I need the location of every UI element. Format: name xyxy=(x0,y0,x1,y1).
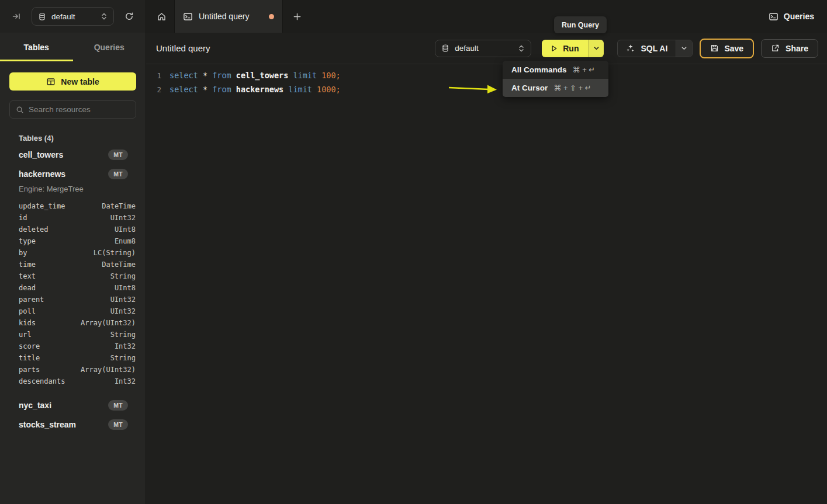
share-button-label: Share xyxy=(786,44,808,53)
column-name: score xyxy=(19,342,40,350)
table-row-cell_towers[interactable]: cell_towersMT xyxy=(0,145,146,164)
column-row[interactable]: kidsArray(UInt32) xyxy=(19,317,136,329)
column-row[interactable]: partsArray(UInt32) xyxy=(19,364,136,376)
menu-item-shortcut: ⌘ + ↵ xyxy=(573,65,596,74)
run-query-tooltip: Run Query xyxy=(554,16,607,33)
column-name: parent xyxy=(19,296,44,304)
sidebar-tab-queries[interactable]: Queries xyxy=(73,33,146,61)
sql-ai-button-label: SQL AI xyxy=(641,44,667,53)
column-name: deleted xyxy=(19,225,49,234)
code-line[interactable]: 2select * from hackernews limit 1000; xyxy=(146,82,827,96)
table-row-stocks_stream[interactable]: stocks_streamMT xyxy=(0,415,146,434)
run-options-menu: All Commands⌘ + ↵At Cursor⌘ + ⇧ + ↵ xyxy=(503,61,608,97)
terminal-icon xyxy=(769,12,778,22)
column-row[interactable]: urlString xyxy=(19,329,136,340)
new-table-button[interactable]: New table xyxy=(9,72,136,91)
run-button[interactable]: Run xyxy=(542,40,588,57)
queries-button-label: Queries xyxy=(784,12,814,21)
table-row-hackernews[interactable]: hackernewsMT xyxy=(0,164,146,183)
sidebar-tab-tables[interactable]: Tables xyxy=(0,33,73,61)
menu-item-label: All Commands xyxy=(511,65,567,74)
column-row[interactable]: pollUInt32 xyxy=(19,305,136,317)
menu-item-at-cursor[interactable]: At Cursor⌘ + ⇧ + ↵ xyxy=(503,79,608,97)
column-type: UInt32 xyxy=(110,214,136,222)
column-row[interactable]: descendantsInt32 xyxy=(19,376,136,387)
column-type: Array(UInt32) xyxy=(81,319,136,327)
column-row[interactable]: typeEnum8 xyxy=(19,235,136,247)
column-name: parts xyxy=(19,366,40,374)
column-type: String xyxy=(110,354,136,362)
run-options-caret[interactable] xyxy=(588,40,604,57)
column-row[interactable]: parentUInt32 xyxy=(19,294,136,305)
column-name: title xyxy=(19,354,40,362)
column-type: UInt32 xyxy=(110,307,136,315)
collapse-sidebar-button[interactable] xyxy=(7,7,26,26)
sparkles-icon xyxy=(626,44,635,53)
menu-item-shortcut: ⌘ + ⇧ + ↵ xyxy=(553,84,591,92)
column-name: type xyxy=(19,237,36,245)
unsaved-changes-dot xyxy=(269,14,274,19)
hackernews-columns: update_timeDateTimeidUInt32deletedUInt8t… xyxy=(0,199,146,395)
column-type: Array(UInt32) xyxy=(81,366,136,374)
menu-item-all-commands[interactable]: All Commands⌘ + ↵ xyxy=(503,61,608,79)
engine-label: Engine: MergeTree xyxy=(0,183,146,199)
sql-editor[interactable]: 1select * from cell_towers limit 100;2se… xyxy=(146,64,827,96)
column-name: time xyxy=(19,260,36,269)
table-row-nyc_taxi[interactable]: nyc_taxiMT xyxy=(0,395,146,415)
topbar-right: Queries xyxy=(769,0,827,33)
column-row[interactable]: byLC(String) xyxy=(19,247,136,259)
column-row[interactable]: idUInt32 xyxy=(19,212,136,224)
menu-item-label: At Cursor xyxy=(511,84,548,92)
column-row[interactable]: update_timeDateTime xyxy=(19,200,136,212)
tab-untitled-query[interactable]: Untitled query xyxy=(174,0,283,33)
column-name: url xyxy=(19,331,32,339)
save-button[interactable]: Save xyxy=(700,39,754,58)
code-line[interactable]: 1select * from cell_towers limit 100; xyxy=(146,68,827,82)
table-name: stocks_stream xyxy=(19,420,108,429)
table-name: cell_towers xyxy=(19,150,108,159)
sidebar-tab-tables-label: Tables xyxy=(24,43,49,52)
line-number: 2 xyxy=(146,85,161,94)
column-name: kids xyxy=(19,319,36,327)
column-type: UInt8 xyxy=(115,225,136,234)
share-button[interactable]: Share xyxy=(761,39,818,58)
column-type: DateTime xyxy=(102,260,136,269)
column-type: Int32 xyxy=(115,377,136,385)
topbar-left: default xyxy=(0,0,146,33)
terminal-icon xyxy=(183,12,193,22)
column-type: DateTime xyxy=(102,202,136,210)
tab-title: Untitled query xyxy=(199,12,263,21)
sidebar-tabs: Tables Queries xyxy=(0,33,146,61)
column-row[interactable]: deadUInt8 xyxy=(19,282,136,294)
new-tab-button[interactable] xyxy=(288,7,306,26)
column-row[interactable]: titleString xyxy=(19,352,136,364)
search-resources-field xyxy=(9,100,136,119)
engine-badge: MT xyxy=(108,400,128,411)
column-row[interactable]: timeDateTime xyxy=(19,259,136,270)
database-icon xyxy=(441,44,449,53)
column-row[interactable]: deletedUInt8 xyxy=(19,224,136,235)
home-button[interactable] xyxy=(152,7,171,26)
sql-console-app: default xyxy=(0,0,827,504)
topbar: default xyxy=(0,0,827,33)
topbar-database-select[interactable]: default xyxy=(32,7,114,26)
sql-ai-button-group: SQL AI xyxy=(617,40,693,57)
column-row[interactable]: textString xyxy=(19,270,136,282)
column-name: text xyxy=(19,272,36,280)
refresh-button[interactable] xyxy=(120,7,139,26)
share-icon xyxy=(771,44,780,53)
column-type: Int32 xyxy=(115,342,136,350)
sql-ai-caret[interactable] xyxy=(676,40,692,57)
save-button-label: Save xyxy=(724,44,743,53)
query-database-select[interactable]: default xyxy=(435,40,531,57)
line-number: 1 xyxy=(146,71,161,80)
search-resources-input[interactable] xyxy=(29,105,132,114)
main-panel: Untitled query default xyxy=(146,33,827,504)
column-name: poll xyxy=(19,307,36,315)
column-type: UInt32 xyxy=(110,296,136,304)
column-row[interactable]: scoreInt32 xyxy=(19,340,136,352)
sql-ai-button[interactable]: SQL AI xyxy=(618,40,676,57)
chevron-down-icon xyxy=(593,45,600,51)
engine-badge: MT xyxy=(108,419,128,430)
queries-button[interactable]: Queries xyxy=(769,12,814,22)
